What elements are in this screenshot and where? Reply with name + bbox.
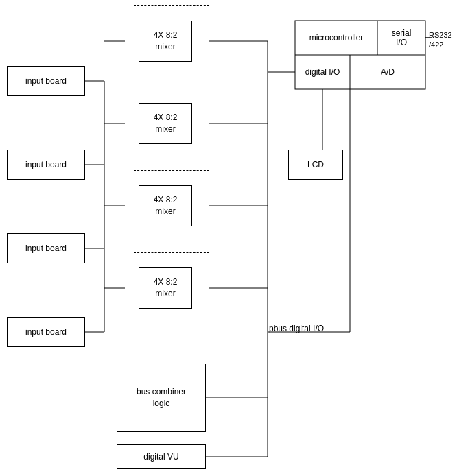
bus-combiner-label: bus combiner logic — [137, 386, 186, 409]
input-board-1: input board — [7, 66, 85, 96]
input-board-2: input board — [7, 150, 85, 180]
microcontroller-label: microcontroller — [295, 21, 377, 55]
mixer-4: 4X 8:2 mixer — [139, 267, 192, 309]
input-board-4: input board — [7, 317, 85, 347]
lcd-box: LCD — [288, 150, 343, 180]
block-diagram: input board input board input board inpu… — [0, 0, 470, 476]
input-board-1-label: input board — [25, 75, 67, 87]
rs232-label: RS232 /422 — [429, 30, 452, 50]
serial-io-text: serial I/O — [392, 28, 412, 47]
mixer-3: 4X 8:2 mixer — [139, 185, 192, 226]
mixer-4-label: 4X 8:2 mixer — [154, 276, 178, 300]
input-board-2-label: input board — [25, 159, 67, 171]
input-board-3: input board — [7, 233, 85, 263]
input-board-4-label: input board — [25, 326, 67, 338]
mixer-1: 4X 8:2 mixer — [139, 21, 192, 62]
bus-combiner-box: bus combiner logic — [117, 364, 206, 432]
mixer-3-label: 4X 8:2 mixer — [154, 194, 178, 217]
lcd-label: LCD — [307, 159, 324, 171]
serial-io-label: serial I/O — [377, 21, 425, 55]
mixer-2: 4X 8:2 mixer — [139, 103, 192, 144]
digital-io-label: digital I/O — [295, 55, 350, 89]
pbus-label: pbus digital I/O — [269, 324, 324, 333]
adc-label: A/D — [350, 55, 425, 89]
mixer-1-label: 4X 8:2 mixer — [154, 29, 178, 53]
mixer-2-label: 4X 8:2 mixer — [154, 112, 178, 135]
input-board-3-label: input board — [25, 243, 67, 254]
digital-vu-label: digital VU — [143, 451, 178, 463]
digital-vu-box: digital VU — [117, 444, 206, 469]
